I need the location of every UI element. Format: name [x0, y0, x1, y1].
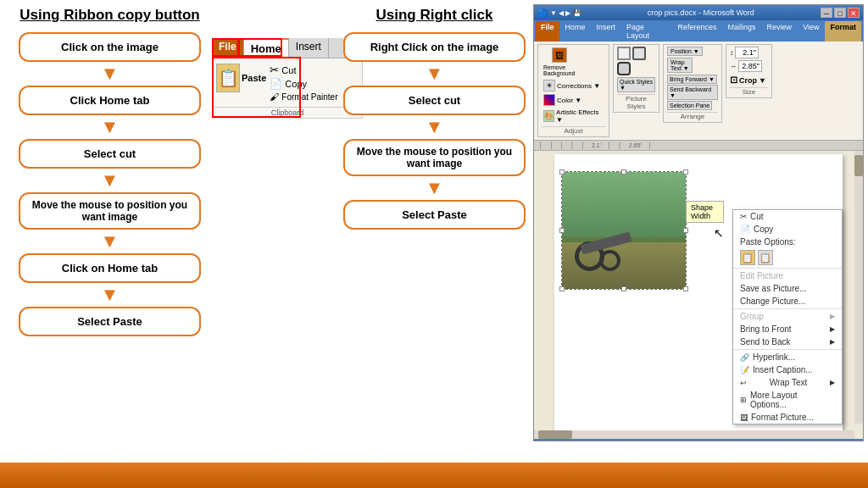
shape-width-tooltip: Shape Width [686, 201, 724, 223]
ribbon-tab-home[interactable]: Home [244, 38, 289, 58]
copy-button[interactable]: 📄 Copy [270, 78, 337, 90]
ribbon-tab-file[interactable]: File [212, 38, 244, 58]
copy-icon: 📄 [270, 78, 282, 90]
ribbon-tab-insert[interactable]: Insert [289, 38, 329, 58]
word-ribbon-area: 🖼 RemoveBackground ☀ Corrections ▼ Color… [534, 42, 863, 141]
word-tab-home[interactable]: Home [560, 21, 591, 42]
mouse-cursor: ↖ [714, 226, 724, 240]
ctx-paste-icons[interactable]: 📋 📋 [733, 248, 842, 267]
ctx-wrap-text[interactable]: ↩ Wrap Text ▶ [733, 376, 842, 389]
horizontal-scrollbar[interactable] [534, 430, 854, 439]
height-input[interactable] [735, 47, 759, 58]
arrow-2: ▼ [101, 118, 120, 136]
width-input[interactable] [738, 60, 762, 72]
size-group-label: Size [730, 87, 768, 96]
word-title-text: crop pics.docx - Microsoft Word [581, 8, 821, 17]
ctx-cut-icon: ✂ [740, 212, 747, 221]
size-group: ↕ ↔ ⊡ Crop ▼ Size [726, 44, 772, 98]
minimize-button[interactable]: ─ [821, 8, 832, 18]
ctx-more-layout[interactable]: ⊞ More Layout Options... [733, 389, 842, 411]
ctx-send-to-back[interactable]: Send to Back ▶ [733, 336, 842, 348]
word-tab-references[interactable]: References [673, 21, 722, 42]
ctx-layout-icon: ⊞ [740, 396, 747, 404]
position-button[interactable]: Position ▼ [667, 47, 703, 56]
ctx-copy[interactable]: 📄 Copy [733, 223, 842, 236]
image-container[interactable] [561, 171, 687, 290]
word-page: Shape Width ↖ ✂ Cut 📄 Copy Paste Options… [554, 154, 843, 439]
artistic-effects-button[interactable]: 🎨 Artistic Effects ▼ [542, 108, 605, 125]
step-select-cut: Select cut [19, 139, 201, 169]
format-painter-button[interactable]: 🖌 Format Painter [270, 92, 337, 102]
paste-button[interactable]: 📋 Paste [216, 64, 266, 92]
ctx-stb-arrow: ▶ [830, 338, 835, 346]
arrow-1: ▼ [101, 64, 120, 83]
ctx-bring-to-front[interactable]: Bring to Front ▶ [733, 323, 842, 336]
step-select-paste: Select Paste [19, 307, 201, 336]
right-step-1: Right Click on the image [343, 32, 526, 62]
right-step-2: Select cut [343, 86, 526, 115]
ctx-caption-icon: 📝 [740, 366, 749, 374]
selection-pane-button[interactable]: Selection Pane [667, 101, 712, 110]
word-tab-pagelayout[interactable]: Page Layout [621, 21, 672, 42]
right-step-3: Move the mouse to position you want imag… [343, 139, 526, 176]
ctx-save-picture[interactable]: Save as Picture... [733, 282, 842, 295]
quick-styles-button[interactable]: Quick Styles ▼ [617, 77, 655, 92]
word-app-icon: 🔵 [537, 8, 548, 18]
ctx-hyperlink-icon: 🔗 [740, 353, 749, 362]
word-document: Shape Width ↖ ✂ Cut 📄 Copy Paste Options… [534, 151, 863, 439]
word-tab-review[interactable]: Review [762, 21, 798, 42]
close-button[interactable]: ✕ [848, 8, 860, 18]
step-click-image: Click on the image [19, 32, 201, 62]
bottom-bar [0, 463, 868, 488]
word-tab-insert[interactable]: Insert [592, 21, 621, 42]
word-tab-format[interactable]: Format [825, 21, 861, 42]
bring-forward-button[interactable]: Bring Forward ▼ [667, 75, 717, 84]
right-arrow-3: ▼ [426, 179, 444, 197]
ctx-hyperlink[interactable]: 🔗 Hyperlink... [733, 351, 842, 363]
arrow-4: ▼ [101, 232, 120, 251]
ctx-format-icon: 🖼 [740, 413, 748, 422]
step-click-home: Click Home tab [19, 86, 201, 115]
send-backward-button[interactable]: Send Backward ▼ [667, 85, 718, 100]
ctx-group[interactable]: Group ▶ [733, 310, 842, 323]
right-title: Using Right click [364, 7, 504, 24]
height-icon: ↕ [730, 49, 733, 57]
width-icon: ↔ [730, 63, 737, 70]
arrow-5: ▼ [101, 286, 120, 304]
step-move-mouse: Move the mouse to position you want imag… [19, 192, 201, 230]
word-tab-file[interactable]: File [536, 21, 559, 42]
word-tab-view[interactable]: View [798, 21, 824, 42]
ctx-edit-picture[interactable]: Edit Picture [733, 269, 842, 282]
context-menu: ✂ Cut 📄 Copy Paste Options: 📋 📋 Edit Pic… [732, 209, 843, 424]
format-painter-icon: 🖌 [270, 92, 279, 102]
word-statusbar: Page: 1 of 1 Words: 0 ✓ 100% [534, 439, 863, 441]
crop-button[interactable]: ⊡ Crop ▼ [730, 75, 768, 86]
ctx-format-picture[interactable]: 🖼 Format Picture... [733, 411, 842, 424]
word-titlebar: 🔵 ▼ ◀ ▶ 💾 crop pics.docx - Microsoft Wor… [534, 5, 863, 20]
arrange-group-label: Arrange [667, 112, 718, 120]
cut-icon: ✂ [270, 64, 279, 76]
ctx-cut[interactable]: ✂ Cut [733, 210, 842, 223]
right-arrow-2: ▼ [426, 118, 444, 136]
remove-background-button[interactable]: 🖼 RemoveBackground [542, 47, 576, 77]
ctx-insert-caption[interactable]: 📝 Insert Caption... [733, 363, 842, 376]
ctx-wrap-icon: ↩ [740, 379, 747, 387]
right-step-4: Select Paste [343, 200, 526, 230]
crop-icon: ⊡ [730, 75, 737, 86]
arrange-group: Position ▼ WrapText ▼ Bring Forward ▼ Se… [663, 44, 722, 123]
word-window: 🔵 ▼ ◀ ▶ 💾 crop pics.docx - Microsoft Wor… [533, 4, 864, 441]
color-button[interactable]: Color ▼ [542, 93, 605, 107]
wrap-text-button[interactable]: WrapText ▼ [667, 58, 693, 73]
ctx-change-picture[interactable]: Change Picture... [733, 295, 842, 308]
paste-label: Paste [242, 73, 266, 83]
word-tab-mailings[interactable]: Mailings [723, 21, 761, 42]
adjust-group-label: Adjust [542, 126, 605, 135]
cut-button[interactable]: ✂ Cut [270, 64, 337, 76]
corrections-button[interactable]: ☀ Corrections ▼ [542, 79, 605, 92]
step-click-home-2: Click on Home tab [19, 253, 201, 283]
vertical-scrollbar[interactable] [854, 151, 863, 424]
left-title: Using Ribbon copy button [19, 7, 199, 24]
ctx-paste-options-header: Paste Options: [733, 236, 842, 248]
arrow-3: ▼ [101, 171, 120, 190]
restore-button[interactable]: □ [834, 8, 846, 18]
